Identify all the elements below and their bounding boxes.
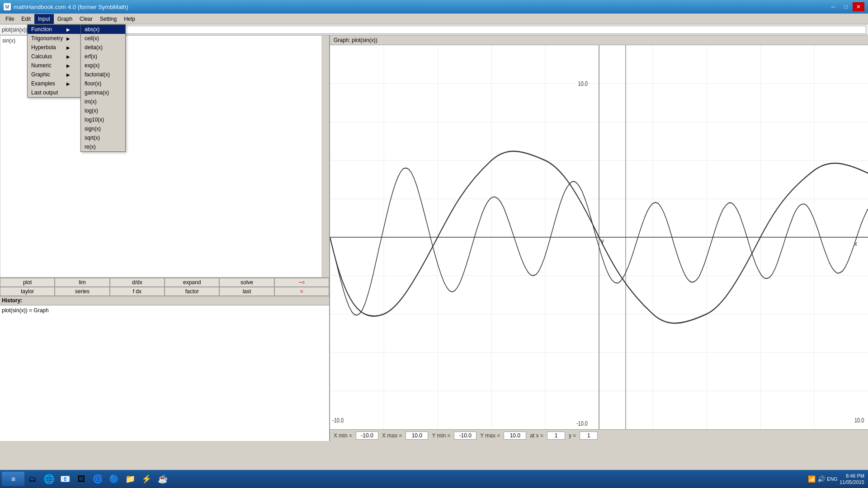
menu-clear[interactable]: Clear xyxy=(76,14,96,24)
clock-date: 11/05/2015 xyxy=(840,479,864,485)
submenu-gamma[interactable]: gamma(x) xyxy=(81,88,125,97)
menu-file[interactable]: File xyxy=(2,14,18,24)
title-bar-buttons: ─ □ ✕ xyxy=(827,2,864,11)
equals-btn[interactable]: = xyxy=(274,287,329,296)
atx-input[interactable] xyxy=(547,432,565,440)
expression-input[interactable] xyxy=(34,26,866,34)
menu-input[interactable]: Input xyxy=(34,14,54,24)
dropdown-examples[interactable]: Examples ▶ xyxy=(28,79,81,88)
submenu-factorial[interactable]: factorial(x) xyxy=(81,70,125,79)
series-btn[interactable]: series xyxy=(55,287,109,296)
menu-edit[interactable]: Edit xyxy=(18,14,34,24)
graph-values-bar: X min = X max = Y min = Y max = at x = y… xyxy=(330,429,868,441)
editor-text: sin(x) xyxy=(2,38,15,44)
taskbar-icon-java[interactable]: ☕ xyxy=(156,472,170,486)
dropdown-function[interactable]: Function ▶ xyxy=(28,25,81,34)
ddx-btn[interactable]: d/dx xyxy=(110,278,165,287)
xmax-label: X max = xyxy=(382,432,402,439)
taskbar-icon-weather[interactable]: 🌀 xyxy=(90,472,105,486)
sys-tray: 📶 🔊 xyxy=(808,475,825,483)
chevron-right-icon: ▶ xyxy=(66,54,70,59)
history-header: History: xyxy=(0,296,329,305)
atx-label: at x = xyxy=(530,432,543,439)
taylor-btn[interactable]: taylor xyxy=(0,287,55,296)
ymin-input[interactable] xyxy=(454,432,476,440)
graph-title: Graph: plot(sin(x)) xyxy=(334,37,377,43)
submenu-log10[interactable]: log10(x) xyxy=(81,115,125,124)
dropdown-graphic[interactable]: Graphic ▶ xyxy=(28,70,81,79)
history-content: plot(sin(x)) = Graph xyxy=(0,305,329,441)
right-panel: Graph: plot(sin(x)) xyxy=(330,35,868,441)
dropdown-hyperbola[interactable]: Hyperbola ▶ xyxy=(28,43,81,52)
xmax-input[interactable] xyxy=(406,432,428,440)
solve-btn[interactable]: solve xyxy=(219,278,274,287)
submenu-im[interactable]: im(x) xyxy=(81,97,125,106)
submenu-log[interactable]: log(x) xyxy=(81,106,125,115)
svg-text:10.0: 10.0 xyxy=(854,417,864,424)
taskbar-icon-mail[interactable]: 📧 xyxy=(58,472,72,486)
chevron-right-icon: ▶ xyxy=(66,27,70,32)
taskbar-icon-ie[interactable]: 🔵 xyxy=(107,472,121,486)
minimize-button[interactable]: ─ xyxy=(827,2,839,11)
submenu-sqrt[interactable]: sqrt(x) xyxy=(81,133,125,142)
submenu-abs[interactable]: abs(x) xyxy=(81,25,125,34)
start-button[interactable]: ⊞ xyxy=(2,472,24,486)
chevron-right-icon: ▶ xyxy=(66,63,70,68)
chevron-right-icon: ▶ xyxy=(66,72,70,77)
dropdown-lastoutput[interactable]: Last output xyxy=(28,88,81,97)
taskbar-icon-chrome[interactable]: 🌐 xyxy=(42,472,56,486)
dropdown-calculus[interactable]: Calculus ▶ xyxy=(28,52,81,61)
main-area: sin(x) plot lim d/dx expand solve ~= tay… xyxy=(0,35,868,441)
menu-setting[interactable]: Setting xyxy=(96,14,120,24)
submenu-floor[interactable]: floor(x) xyxy=(81,79,125,88)
plot-btn[interactable]: plot xyxy=(0,278,55,287)
svg-text:10.0: 10.0 xyxy=(578,80,588,88)
taskbar-icon-filezilla[interactable]: ⚡ xyxy=(139,472,154,486)
input-bar: plot(sin(x)) = xyxy=(0,24,868,35)
app-icon: M xyxy=(4,3,11,10)
taskbar: ⊞ 🗂 🌐 📧 🖼 🌀 🔵 📁 ⚡ ☕ 📶 🔊 ENG 8:46 PM 11/0… xyxy=(0,470,868,488)
title-bar: M mathHandbook.com 4.0 (former SymbMath)… xyxy=(0,0,868,14)
close-button[interactable]: ✕ xyxy=(853,2,864,11)
lim-btn[interactable]: lim xyxy=(55,278,109,287)
expand-btn[interactable]: expand xyxy=(165,278,219,287)
taskbar-right: 📶 🔊 ENG 8:46 PM 11/05/2015 xyxy=(808,473,866,486)
svg-text:-10.0: -10.0 xyxy=(576,420,588,427)
window-title: mathHandbook.com 4.0 (former SymbMath) xyxy=(14,4,128,10)
clock-time: 8:46 PM xyxy=(840,473,864,479)
chevron-right-icon: ▶ xyxy=(66,36,70,41)
submenu-exp[interactable]: exp(x) xyxy=(81,61,125,70)
xmin-label: X min = xyxy=(334,432,352,439)
input-dropdown-menu: Function ▶ Trigonometry ▶ Hyperbola ▶ Ca… xyxy=(27,24,81,98)
factor-btn[interactable]: factor xyxy=(165,287,219,296)
submenu-sign[interactable]: sign(x) xyxy=(81,124,125,133)
toolbar-row2: taylor series f dx factor last = xyxy=(0,287,329,296)
taskbar-icon-photos[interactable]: 🖼 xyxy=(74,472,89,486)
chevron-right-icon: ▶ xyxy=(66,81,70,86)
submenu-ceil[interactable]: ceil(x) xyxy=(81,34,125,43)
ymax-input[interactable] xyxy=(504,432,526,440)
history-entry: plot(sin(x)) = Graph xyxy=(2,307,327,314)
submenu-delta[interactable]: delta(x) xyxy=(81,43,125,52)
menu-graph[interactable]: Graph xyxy=(54,14,76,24)
approx-btn[interactable]: ~= xyxy=(274,278,329,287)
dropdown-trigonometry[interactable]: Trigonometry ▶ xyxy=(28,34,81,43)
menu-help[interactable]: Help xyxy=(120,14,139,24)
chevron-right-icon: ▶ xyxy=(66,45,70,50)
fdx-btn[interactable]: f dx xyxy=(110,287,165,296)
toolbar: plot lim d/dx expand solve ~= taylor ser… xyxy=(0,277,329,296)
taskbar-icon-files[interactable]: 🗂 xyxy=(25,472,40,486)
taskbar-icon-folder[interactable]: 📁 xyxy=(123,472,137,486)
last-btn[interactable]: last xyxy=(219,287,274,296)
y-input[interactable] xyxy=(580,432,598,440)
taskbar-clock: 8:46 PM 11/05/2015 xyxy=(840,473,864,486)
ymax-label: Y max = xyxy=(480,432,500,439)
editor-scrollbar[interactable] xyxy=(321,36,329,277)
graph-svg: y x 10.0 -10.0 -10.0 10.0 xyxy=(330,45,868,429)
dropdown-numeric[interactable]: Numeric ▶ xyxy=(28,61,81,70)
submenu-erf[interactable]: erf(x) xyxy=(81,52,125,61)
graph-canvas-area[interactable]: y x 10.0 -10.0 -10.0 10.0 xyxy=(330,45,868,429)
submenu-re[interactable]: re(x) xyxy=(81,142,125,151)
xmin-input[interactable] xyxy=(356,432,378,440)
maximize-button[interactable]: □ xyxy=(840,2,852,11)
